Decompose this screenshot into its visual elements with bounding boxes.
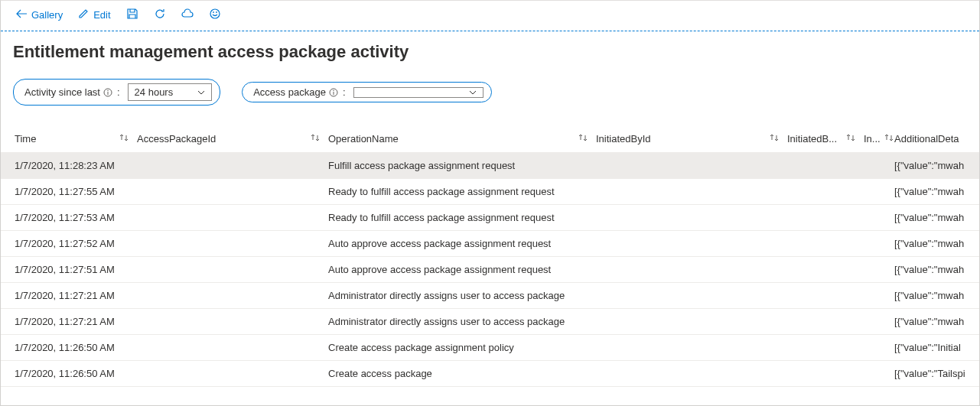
table-row[interactable]: 1/7/2020, 11:27:55 AMReady to fulfill ac… [1,179,979,205]
page-title: Entitlement management access package ac… [1,31,979,65]
table-header: TimeAccessPackageIdOperationNameInitiate… [1,125,979,153]
sort-icon [310,133,328,145]
table-cell: 1/7/2020, 11:27:52 AM [15,238,137,249]
refresh-button[interactable] [148,6,172,24]
table-cell: [{"value":"mwah [894,238,979,249]
table-cell: Create access package [328,368,596,379]
table-body: 1/7/2020, 11:28:23 AMFulfill access pack… [1,153,979,387]
gallery-label: Gallery [31,9,63,21]
table-row[interactable]: 1/7/2020, 11:27:21 AMAdministrator direc… [1,283,979,309]
gallery-button[interactable]: Gallery [10,6,69,24]
column-header[interactable]: Time [15,133,137,145]
table-cell: [{"value":"Tailspi [894,368,979,379]
column-label: Time [15,133,36,145]
column-label: In... [864,133,881,145]
svg-point-2 [216,12,217,13]
column-label: InitiatedById [596,133,651,145]
table-cell: Fulfill access package assignment reques… [328,160,596,171]
sort-icon [578,133,596,145]
table-row[interactable]: 1/7/2020, 11:27:21 AMAdministrator direc… [1,309,979,335]
save-icon [126,8,138,22]
save-button[interactable] [120,6,145,24]
table-row[interactable]: 1/7/2020, 11:27:52 AMAuto approve access… [1,231,979,257]
table-cell: Create access package assignment policy [328,342,596,353]
column-label: AdditionalDeta [894,133,959,145]
column-header[interactable]: InitiatedById [596,133,787,145]
smiley-icon [209,8,221,22]
table-cell: 1/7/2020, 11:27:51 AM [15,264,137,275]
column-header[interactable]: OperationName [328,133,596,145]
chevron-down-icon [469,90,477,95]
table-cell: 1/7/2020, 11:26:50 AM [15,342,137,353]
column-header[interactable]: In... [864,133,894,145]
table-cell: [{"value":"mwah [894,316,979,327]
pencil-icon [78,8,89,21]
table-cell: 1/7/2020, 11:27:55 AM [15,186,137,197]
table-cell: Administrator directly assigns user to a… [328,290,596,301]
svg-point-1 [213,12,213,13]
column-label: AccessPackageId [137,133,216,145]
cloud-icon [181,8,194,21]
activity-value: 24 hours [135,86,174,98]
activity-table: TimeAccessPackageIdOperationNameInitiate… [1,125,979,387]
table-cell: Auto approve access package assignment r… [328,238,596,249]
table-cell: Auto approve access package assignment r… [328,264,596,275]
table-row[interactable]: 1/7/2020, 11:28:23 AMFulfill access pack… [1,153,979,179]
activity-filter-label: Activity since last [24,86,100,98]
table-cell: 1/7/2020, 11:28:23 AM [15,160,137,171]
svg-point-8 [333,89,334,90]
colon: : [343,86,346,98]
column-header[interactable]: AdditionalDeta [894,133,979,145]
feedback-button[interactable] [203,6,227,24]
filters-row: Activity since last : 24 hours Access pa… [1,65,979,110]
activity-select[interactable]: 24 hours [128,83,213,101]
sort-icon [119,133,137,145]
column-label: InitiatedB... [787,133,837,145]
table-cell: 1/7/2020, 11:26:50 AM [15,368,137,379]
table-cell: 1/7/2020, 11:27:53 AM [15,212,137,223]
colon: : [117,86,120,98]
svg-point-5 [107,89,108,90]
table-cell: Ready to fulfill access package assignme… [328,212,596,223]
edit-button[interactable]: Edit [72,5,116,24]
package-filter[interactable]: Access package : [242,82,491,102]
table-cell: 1/7/2020, 11:27:21 AM [15,316,137,327]
table-cell: [{"value":"mwah [894,212,979,223]
workbook-container: Gallery Edit En [0,0,980,406]
table-cell: [{"value":"mwah [894,264,979,275]
table-row[interactable]: 1/7/2020, 11:27:51 AMAuto approve access… [1,257,979,283]
svg-point-0 [210,9,220,18]
share-button[interactable] [175,6,200,24]
info-icon [103,88,112,97]
info-icon [329,88,338,97]
column-label: OperationName [328,133,399,145]
refresh-icon [154,8,166,22]
table-cell: Ready to fulfill access package assignme… [328,186,596,197]
column-header[interactable]: InitiatedB... [787,133,864,145]
table-cell: [{"value":"Initial [894,342,979,353]
package-filter-label: Access package [253,86,326,98]
activity-filter[interactable]: Activity since last : 24 hours [13,79,220,106]
table-cell: 1/7/2020, 11:27:21 AM [15,290,137,301]
table-cell: [{"value":"mwah [894,186,979,197]
table-row[interactable]: 1/7/2020, 11:26:50 AMCreate access packa… [1,335,979,361]
toolbar: Gallery Edit [1,1,979,31]
table-cell: [{"value":"mwah [894,160,979,171]
back-arrow-icon [16,9,27,21]
package-select[interactable] [353,87,483,98]
edit-label: Edit [93,9,110,21]
column-header[interactable]: AccessPackageId [137,133,328,145]
table-row[interactable]: 1/7/2020, 11:27:53 AMReady to fulfill ac… [1,205,979,231]
sort-icon [845,133,864,145]
chevron-down-icon [197,90,205,95]
sort-icon [769,133,787,145]
table-cell: Administrator directly assigns user to a… [328,316,596,327]
sort-icon [884,133,894,145]
table-row[interactable]: 1/7/2020, 11:26:50 AMCreate access packa… [1,361,979,387]
table-cell: [{"value":"mwah [894,290,979,301]
